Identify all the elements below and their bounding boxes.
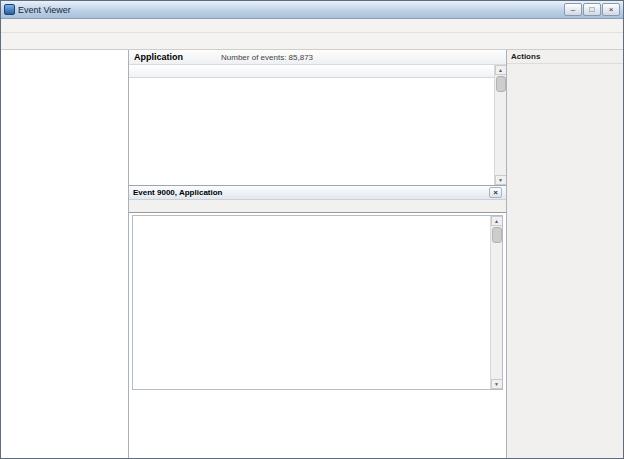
scrollbar-thumb[interactable] bbox=[492, 227, 502, 243]
close-button[interactable]: × bbox=[602, 3, 620, 16]
app-icon bbox=[4, 4, 15, 15]
preview-pane: Event 9000, Application × ▲ ▼ bbox=[129, 186, 506, 458]
maximize-button[interactable]: □ bbox=[583, 3, 601, 16]
window-title: Event Viewer bbox=[18, 5, 71, 15]
actions-title: Actions bbox=[507, 50, 623, 64]
event-properties-summary bbox=[129, 392, 506, 458]
event-count: Number of events: 85,873 bbox=[221, 53, 313, 62]
toolbar bbox=[1, 33, 623, 50]
event-list-header bbox=[129, 65, 494, 78]
scrollbar-thumb[interactable] bbox=[496, 76, 506, 92]
scroll-up-icon[interactable]: ▲ bbox=[491, 216, 503, 226]
scroll-up-icon[interactable]: ▲ bbox=[495, 65, 507, 75]
preview-title: Event 9000, Application bbox=[133, 188, 223, 197]
event-list-scrollbar[interactable]: ▲ ▼ bbox=[494, 65, 506, 185]
close-preview-icon[interactable]: × bbox=[489, 187, 502, 198]
log-name: Application bbox=[134, 52, 183, 62]
event-viewer-window: Event Viewer – □ × Application Number of… bbox=[0, 0, 624, 459]
center-pane: Application Number of events: 85,873 ▲ ▼… bbox=[129, 50, 507, 458]
console-tree bbox=[1, 50, 129, 458]
titlebar[interactable]: Event Viewer – □ × bbox=[1, 1, 623, 19]
log-header-bar: Application Number of events: 85,873 bbox=[129, 50, 506, 65]
window-controls: – □ × bbox=[564, 3, 620, 16]
description-scrollbar[interactable]: ▲ ▼ bbox=[490, 216, 502, 389]
scroll-down-icon[interactable]: ▼ bbox=[495, 175, 507, 185]
minimize-button[interactable]: – bbox=[564, 3, 582, 16]
preview-header: Event 9000, Application × bbox=[129, 186, 506, 200]
menubar bbox=[1, 19, 623, 33]
preview-tabs bbox=[129, 200, 506, 213]
main-body: Application Number of events: 85,873 ▲ ▼… bbox=[1, 50, 623, 458]
event-description[interactable]: ▲ ▼ bbox=[132, 215, 503, 390]
scroll-down-icon[interactable]: ▼ bbox=[491, 379, 503, 389]
actions-pane: Actions bbox=[507, 50, 623, 458]
event-list: ▲ ▼ bbox=[129, 65, 506, 186]
